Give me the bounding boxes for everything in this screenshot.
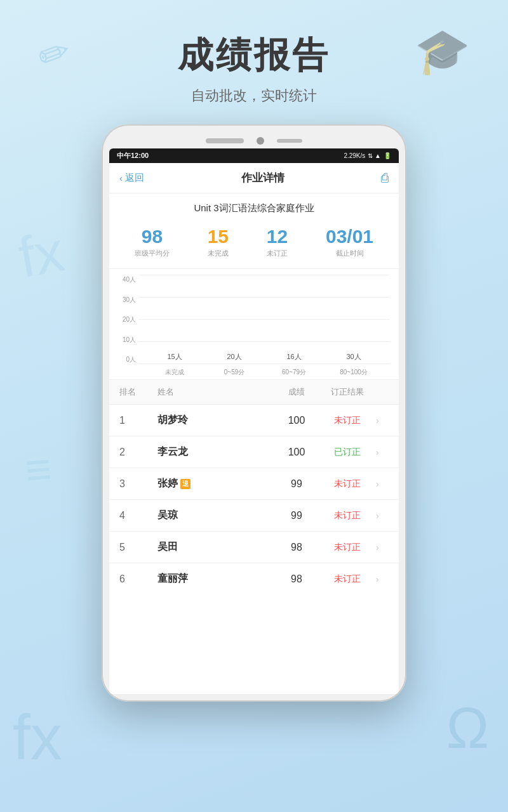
score-3: 99 [274, 478, 319, 490]
stat-incomplete-label: 未完成 [208, 249, 229, 258]
table-row[interactable]: 3 张婷退 99 未订正 › [109, 468, 399, 500]
nav-bar: ‹ 返回 作业详情 ⎙ [109, 163, 399, 193]
y-label-20: 20人 [118, 315, 136, 324]
rank-1: 1 [119, 415, 157, 426]
rank-3: 3 [119, 478, 157, 490]
score-2: 100 [274, 447, 319, 458]
stat-deadline-value: 03/01 [326, 226, 373, 247]
stat-incomplete: 15 未完成 [208, 226, 229, 258]
table-header: 排名 姓名 成绩 订正结果 [109, 380, 399, 405]
arrow-3: › [376, 479, 389, 489]
table-row[interactable]: 2 李云龙 100 已订正 › [109, 436, 399, 468]
phone-camera [257, 137, 264, 145]
assignment-title: Unit 3词汇语法综合家庭作业 [109, 193, 399, 221]
rank-4: 4 [119, 510, 157, 521]
bar-incomplete: 15人 [158, 352, 191, 364]
result-3: 未订正 [319, 478, 376, 490]
name-2: 李云龙 [157, 445, 274, 459]
bar-label-20: 20人 [227, 352, 241, 362]
bar-label-30: 30人 [346, 352, 361, 362]
bars-row: 15人 20人 16人 [138, 275, 390, 364]
bar-80-100: 30人 [337, 352, 370, 364]
bar-60-79: 16人 [277, 352, 311, 364]
table-row[interactable]: 5 吴田 98 未订正 › [109, 532, 399, 563]
header-section: ✏ 成绩报告 自动批改，实时统计 🎓 [0, 0, 508, 118]
graduation-cap-icon: 🎓 [415, 25, 470, 77]
score-6: 98 [274, 573, 319, 585]
name-6: 童丽萍 [157, 572, 274, 586]
stat-uncorrected-label: 未订正 [267, 249, 288, 258]
stat-average-value: 98 [135, 226, 170, 247]
bar-0-59: 20人 [218, 352, 251, 364]
chart-y-labels: 0人 10人 20人 30人 40人 [118, 275, 136, 364]
result-1: 未订正 [319, 415, 376, 426]
stat-average: 98 班级平均分 [135, 226, 170, 258]
chart-body: 15人 20人 16人 [138, 275, 390, 364]
nav-title: 作业详情 [241, 171, 284, 185]
header-rank: 排名 [119, 386, 157, 398]
stat-uncorrected-value: 12 [267, 226, 288, 247]
name-3: 张婷退 [157, 477, 274, 490]
score-1: 100 [274, 415, 319, 426]
stats-row: 98 班级平均分 15 未完成 12 未订正 03/01 截止时间 [109, 221, 399, 269]
arrow-5: › [376, 542, 389, 553]
phone-mockup: 中午12:00 2.29K/s ⇅ ▲ 🔋 ‹ 返回 作业详情 ⎙ Unit 3… [0, 124, 508, 702]
back-chevron-icon: ‹ [119, 173, 123, 183]
rank-6: 6 [119, 573, 157, 585]
share-button[interactable]: ⎙ [381, 171, 389, 185]
arrow-6: › [376, 574, 389, 584]
stat-deadline: 03/01 截止时间 [326, 226, 373, 258]
network-speed: 2.29K/s [344, 152, 365, 159]
result-4: 未订正 [319, 510, 376, 521]
score-5: 98 [274, 542, 319, 553]
arrow-1: › [376, 416, 389, 426]
rank-5: 5 [119, 542, 157, 553]
bar-label-15: 15人 [167, 352, 182, 362]
table-row[interactable]: 6 童丽萍 98 未订正 › [109, 563, 399, 594]
score-4: 99 [274, 510, 319, 521]
y-label-10: 10人 [118, 336, 136, 344]
arrow-2: › [376, 447, 389, 457]
name-4: 吴琼 [157, 509, 274, 522]
page-subtitle: 自动批改，实时统计 [0, 86, 508, 105]
arrow-4: › [376, 511, 389, 521]
stat-incomplete-value: 15 [208, 226, 229, 247]
bar-chart: 0人 10人 20人 30人 40人 [118, 275, 390, 377]
stat-deadline-label: 截止时间 [326, 249, 373, 258]
stat-uncorrected: 12 未订正 [267, 226, 288, 258]
y-label-0: 0人 [118, 355, 136, 364]
name-5: 吴田 [157, 540, 274, 554]
x-label-80-100: 80~100分 [335, 368, 373, 377]
wifi-icon: ⇅ ▲ [368, 152, 381, 159]
status-time: 中午12:00 [117, 151, 149, 160]
x-label-incomplete: 未完成 [156, 368, 194, 377]
bar-label-16: 16人 [286, 352, 301, 362]
y-label-40: 40人 [118, 275, 136, 284]
phone-screen: 中午12:00 2.29K/s ⇅ ▲ 🔋 ‹ 返回 作业详情 ⎙ Unit 3… [109, 148, 399, 694]
result-6: 未订正 [319, 573, 376, 585]
table-row[interactable]: 1 胡梦玲 100 未订正 › [109, 405, 399, 436]
x-label-0-59: 0~59分 [215, 368, 253, 377]
chart-x-labels: 未完成 0~59分 60~79分 80~100分 [138, 368, 390, 377]
name-1: 胡梦玲 [157, 414, 274, 427]
return-tag: 退 [180, 479, 190, 489]
x-label-60-79: 60~79分 [275, 368, 313, 377]
chart-area: 0人 10人 20人 30人 40人 [109, 269, 399, 380]
header-name: 姓名 [157, 386, 274, 398]
back-label: 返回 [125, 172, 144, 184]
y-label-30: 30人 [118, 296, 136, 304]
header-result: 订正结果 [319, 386, 376, 398]
phone-earpiece [277, 139, 302, 143]
back-button[interactable]: ‹ 返回 [119, 172, 144, 184]
phone-top-bar [109, 132, 399, 148]
status-right: 2.29K/s ⇅ ▲ 🔋 [344, 152, 391, 159]
header-score: 成绩 [274, 386, 319, 398]
header-arrow [376, 386, 389, 398]
status-bar: 中午12:00 2.29K/s ⇅ ▲ 🔋 [109, 148, 399, 163]
rank-2: 2 [119, 447, 157, 458]
table-row[interactable]: 4 吴琼 99 未订正 › [109, 500, 399, 532]
result-2: 已订正 [319, 447, 376, 458]
phone-speaker [206, 138, 244, 143]
battery-icon: 🔋 [384, 152, 391, 159]
stat-average-label: 班级平均分 [135, 249, 170, 258]
